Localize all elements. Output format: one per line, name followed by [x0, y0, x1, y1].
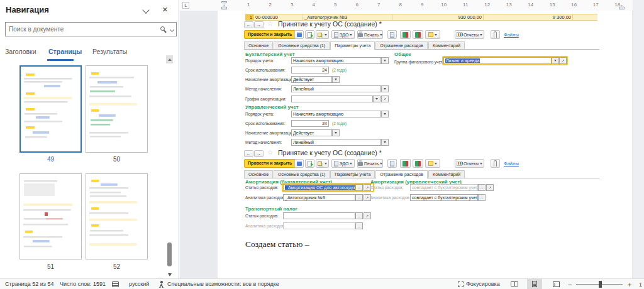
search-icon[interactable] [160, 26, 165, 31]
select-button[interactable]: ... [355, 184, 363, 191]
print-layout-button[interactable] [527, 279, 542, 289]
scrollbar-thumb[interactable] [167, 243, 172, 266]
language-indicator[interactable]: русский [129, 281, 149, 287]
copy-button[interactable] [316, 159, 329, 168]
schedule-button[interactable] [425, 159, 440, 168]
search-options-chevron-icon[interactable] [170, 28, 174, 32]
tab-expense-reflection[interactable]: Отражение расходов [375, 170, 428, 178]
dropdown-button[interactable] [381, 111, 389, 117]
select-button[interactable]: ... [355, 212, 363, 219]
select-button[interactable]: ... [355, 222, 363, 229]
page-thumbnail-51[interactable] [19, 173, 82, 259]
document-structure-button[interactable] [387, 30, 397, 39]
files-link[interactable]: Файлы [504, 161, 519, 166]
schedule-button[interactable] [425, 30, 440, 39]
tab-comment[interactable]: Комментарий [428, 170, 465, 178]
print-button[interactable]: Печать [357, 30, 383, 39]
focus-mode-icon[interactable] [458, 281, 464, 287]
edo-button[interactable]: ЭДО [331, 30, 355, 39]
print-button[interactable]: Печать [357, 159, 383, 168]
tab-main[interactable]: Основное [244, 41, 273, 49]
expense-analytics-field[interactable]: _Автопогрузчик №3 [283, 194, 355, 201]
proofing-status-icon[interactable] [112, 281, 119, 287]
attachments-button[interactable] [491, 159, 500, 168]
search-input[interactable] [9, 24, 147, 35]
page-indicator[interactable]: Страница 52 из 54 [5, 281, 53, 287]
save-button[interactable] [294, 30, 304, 39]
dropdown-button[interactable] [552, 57, 559, 64]
files-link[interactable]: Файлы [504, 32, 519, 38]
forward-button[interactable]: → [254, 21, 264, 28]
document-paragraph[interactable]: Создаем статью – [245, 239, 309, 249]
reports-button[interactable]: Отчеты [455, 159, 484, 168]
mgmt-accounting-order-field[interactable]: Начислять амортизацию [291, 111, 381, 117]
post-and-close-button[interactable]: Провести и закрыть [244, 30, 296, 39]
tab-comment[interactable]: Комментарий [428, 41, 465, 49]
tab-fixed-assets[interactable]: Основные средства (1) [274, 170, 330, 178]
document-structure-button[interactable] [387, 159, 397, 168]
open-link-button[interactable]: ↗ [364, 212, 371, 219]
depreciation-method-field[interactable]: Линейный [291, 85, 381, 92]
zoom-slider-thumb[interactable] [599, 281, 602, 288]
dropdown-button[interactable] [381, 85, 389, 92]
dropdown-button[interactable] [373, 95, 380, 102]
select-button[interactable]: ... [478, 184, 486, 191]
save-button[interactable] [294, 159, 304, 168]
mgmt-depreciation-method-field[interactable]: Линейный [291, 139, 381, 146]
open-link-button[interactable]: ↗ [381, 95, 389, 102]
back-button[interactable]: ← [244, 21, 253, 28]
dt-kt-button[interactable] [400, 30, 411, 39]
word-count[interactable]: Число слов: 1591 [60, 281, 106, 287]
dropdown-button[interactable] [332, 76, 340, 83]
dropdown-button[interactable] [332, 129, 340, 136]
zoom-level[interactable]: 1 [639, 281, 642, 288]
depreciation-status-field[interactable]: Действует [291, 76, 332, 83]
useful-life-field[interactable]: 24 [291, 67, 329, 74]
zoom-in-button[interactable]: + [628, 281, 631, 288]
open-link-button[interactable]: ↗ [559, 57, 567, 64]
tab-fixed-assets[interactable]: Основные средства (1) [274, 41, 330, 49]
page-thumbnail-50[interactable] [86, 65, 148, 153]
accounting-order-field[interactable]: Начислять амортизацию [291, 57, 381, 64]
forward-button[interactable]: → [254, 150, 264, 157]
zoom-out-button[interactable]: − [568, 281, 572, 288]
copy-button[interactable] [316, 30, 329, 39]
favorite-star-icon[interactable]: ☆ [267, 20, 273, 27]
dt-kt-2-button[interactable] [413, 159, 423, 168]
chevron-down-icon[interactable] [142, 6, 149, 13]
transport-expense-item-field[interactable] [283, 212, 355, 219]
edo-button[interactable]: ЭДО [331, 159, 355, 168]
scroll-down-icon[interactable] [168, 273, 172, 276]
document-scrollbar[interactable] [633, 0, 644, 278]
accessibility-status[interactable]: Специальные возможности: все в порядке [167, 281, 279, 287]
dropdown-button[interactable] [381, 139, 389, 146]
tab-pages[interactable]: Страницы [48, 48, 82, 55]
read-mode-button[interactable] [507, 279, 522, 289]
dt-kt-button[interactable] [400, 159, 411, 168]
expense-item-field[interactable]: _Амортизация ОС для автопогрузчика № [283, 184, 355, 191]
accessibility-icon[interactable] [158, 281, 164, 288]
page-thumbnail-49[interactable] [19, 65, 82, 153]
mgmt-depreciation-status-field[interactable]: Действует [291, 129, 332, 136]
post-button[interactable] [305, 159, 314, 168]
post-button[interactable] [305, 30, 314, 39]
page-thumbnail-52[interactable] [86, 173, 148, 259]
focus-mode-label[interactable]: Фокусировка [466, 281, 500, 287]
financial-accounting-group-field[interactable]: Лизинг и аренда [443, 57, 552, 64]
mgmt-expense-item-field[interactable]: совпадает с бухгалтерским учетом [410, 184, 478, 191]
mgmt-useful-life-field[interactable]: 24 [291, 120, 329, 127]
close-icon[interactable]: × [162, 4, 168, 14]
tab-expense-reflection[interactable]: Отражение расходов [375, 41, 428, 49]
favorite-star-icon[interactable]: ☆ [267, 149, 273, 156]
web-layout-button[interactable] [548, 279, 564, 289]
transport-expense-analytics-field[interactable] [283, 222, 355, 229]
tab-accounting-parameters[interactable]: Параметры учета [330, 41, 375, 49]
scroll-up-icon[interactable] [166, 55, 173, 63]
tab-main[interactable]: Основное [244, 170, 273, 178]
tab-accounting-parameters[interactable]: Параметры учета [330, 170, 375, 178]
mgmt-expense-analytics-field[interactable]: совпадает с бухгалтерским учетом [410, 194, 478, 201]
post-and-close-button[interactable]: Провести и закрыть [244, 159, 296, 168]
reports-button[interactable]: Отчеты [455, 30, 484, 39]
navigation-scrollbar[interactable] [166, 55, 173, 276]
tab-results[interactable]: Результаты [92, 48, 127, 55]
